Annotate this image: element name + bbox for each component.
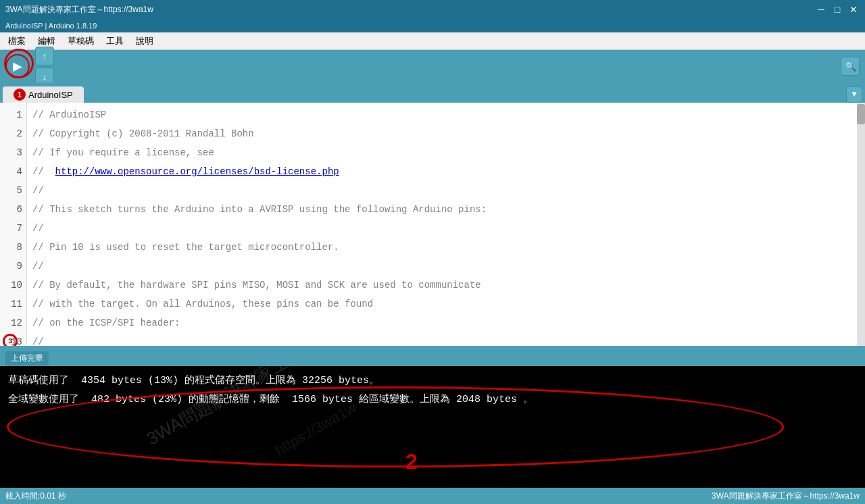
annotation-2-label: 2 [405, 449, 418, 474]
line-num-1: 1 [17, 105, 22, 124]
code-line-12: // on the ICSP/SPI header: [32, 313, 851, 332]
search-button[interactable]: 🔍 [841, 57, 860, 76]
toolbar: ▶ ↑ ↓ 🔍 [0, 50, 865, 82]
code-line-9: // [32, 257, 851, 276]
subtitle-text: ArduinoISP | Arduino 1.8.19 [5, 22, 97, 30]
bottom-status-bar: 載入時間:0.01 秒 3WA問題解決專家工作室～https://3wa1w [0, 488, 865, 504]
code-line-8: // Pin 10 is used to reset the target mi… [32, 238, 851, 257]
code-line-3: // If you require a license, see [32, 143, 851, 162]
line-num-4: 4 [17, 162, 22, 181]
code-line-10: // By default, the hardware SPI pins MIS… [32, 276, 851, 295]
console-area: 3WA問題解決專家工作室 https://3wa1w 草稿碼使用了 4354 b… [0, 366, 865, 495]
line-num-5: 5 [17, 181, 22, 200]
annotation-3-circle: 3 [3, 334, 18, 346]
tab-number-1: 1 [14, 89, 26, 101]
console-line-1: 草稿碼使用了 4354 bytes (13%) 的程式儲存空間。上限為 3225… [8, 372, 857, 390]
status-bar: 上傳完畢 [0, 350, 865, 366]
load-time: 載入時間:0.01 秒 [5, 490, 66, 502]
annotation-3-label: 3 [8, 332, 13, 346]
menu-bar: 檔案 編輯 草稿碼 工具 說明 [0, 32, 865, 50]
up-button[interactable]: ↑ [35, 47, 54, 66]
close-button[interactable]: ✕ [847, 3, 860, 16]
tab-dropdown-button[interactable]: ▼ [846, 86, 862, 103]
title-bar: 3WA問題解決專家工作室～https://3wa1w ─ □ ✕ [0, 0, 865, 19]
line-num-10: 10 [11, 276, 22, 295]
nav-buttons: ↑ ↓ [35, 47, 54, 86]
bottom-right-text: 3WA問題解決專家工作室～https://3wa1w [712, 490, 860, 502]
menu-help[interactable]: 說明 [130, 34, 159, 49]
code-line-7: // [32, 219, 851, 238]
subtitle-bar: ArduinoISP | Arduino 1.8.19 [0, 19, 865, 32]
line-numbers: 1 2 3 4 5 6 7 8 9 10 11 12 13 3 [0, 103, 27, 346]
menu-file[interactable]: 檔案 [3, 34, 31, 49]
code-content[interactable]: // ArduinoISP // Copyright (c) 2008-2011… [27, 103, 857, 346]
editor-area: 1 2 3 4 5 6 7 8 9 10 11 12 13 3 // Ardui… [0, 103, 865, 346]
upload-icon: ▶ [13, 59, 22, 74]
upload-btn-container: ▶ [5, 54, 30, 78]
toolbar-right: 🔍 [841, 57, 860, 76]
line-num-11: 11 [11, 295, 22, 313]
line-num-12: 12 [11, 313, 22, 332]
maximize-button[interactable]: □ [831, 3, 843, 16]
minimize-button[interactable]: ─ [815, 3, 827, 16]
license-link[interactable]: http://www.opensource.org/licenses/bsd-l… [55, 166, 339, 177]
scrollbar-thumb[interactable] [857, 104, 865, 124]
tab-label: ArduinoISP [28, 90, 73, 100]
line-num-9: 9 [17, 257, 22, 276]
code-line-13: // [32, 332, 851, 346]
menu-sketch[interactable]: 草稿碼 [62, 34, 99, 49]
line-num-13: 13 3 [11, 332, 22, 346]
line-num-8: 8 [17, 238, 22, 257]
line-num-3: 3 [17, 143, 22, 162]
code-line-1: // ArduinoISP [32, 105, 851, 124]
code-line-6: // This sketch turns the Arduino into a … [32, 200, 851, 219]
line-num-7: 7 [17, 219, 22, 238]
title-text: 3WA問題解決專家工作室～https://3wa1w [5, 4, 153, 16]
code-line-2: // Copyright (c) 2008-2011 Randall Bohn [32, 124, 851, 143]
upload-status-badge: 上傳完畢 [5, 351, 49, 366]
line-num-6: 6 [17, 200, 22, 219]
upload-button[interactable]: ▶ [5, 54, 30, 78]
code-line-11: // with the target. On all Arduinos, the… [32, 295, 851, 313]
code-line-4: // http://www.opensource.org/licenses/bs… [32, 162, 851, 181]
scrollbar[interactable] [857, 103, 865, 346]
tab-arduinoisp[interactable]: 1 ArduinoISP [3, 86, 84, 103]
line-num-2: 2 [17, 124, 22, 143]
search-icon: 🔍 [845, 61, 856, 72]
title-controls: ─ □ ✕ [815, 3, 860, 16]
console-line-2: 全域變數使用了 482 bytes (23%) 的動態記憶體，剩餘 1566 b… [8, 390, 857, 409]
menu-tools[interactable]: 工具 [101, 34, 129, 49]
tab-bar: 1 ArduinoISP ▼ [0, 82, 865, 103]
code-line-5: // [32, 181, 851, 200]
